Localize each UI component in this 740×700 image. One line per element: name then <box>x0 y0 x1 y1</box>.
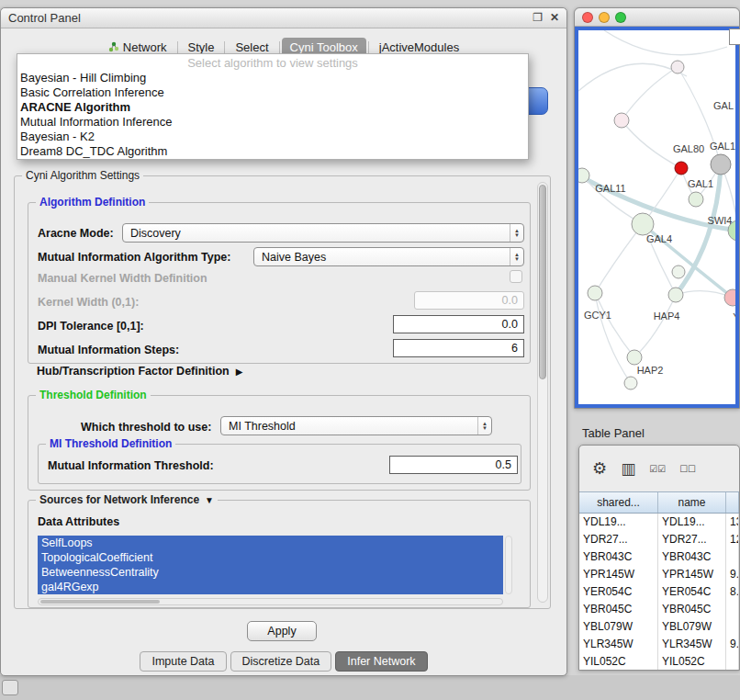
column-header[interactable] <box>726 492 739 513</box>
network-edge[interactable] <box>595 293 634 357</box>
table-cell: 12 <box>726 531 739 548</box>
minimize-traffic-light[interactable] <box>599 12 610 23</box>
attribute-item[interactable]: BetweennessCentrality <box>38 565 503 580</box>
network-node[interactable] <box>668 288 683 302</box>
select-all-icon[interactable]: ☑☑ <box>649 464 666 474</box>
attribute-item[interactable]: TopologicalCoefficient <box>38 550 503 565</box>
mi-threshold-title: MI Threshold Definition <box>46 437 175 450</box>
network-node[interactable] <box>624 377 637 390</box>
threshold-definition-group: Threshold Definition Which threshold to … <box>28 395 531 491</box>
table-cell: YIL052C <box>658 653 726 670</box>
float-window-icon[interactable]: ❐ <box>533 11 543 24</box>
combo-value: MI Threshold <box>221 420 477 433</box>
network-node[interactable] <box>632 213 654 235</box>
column-header[interactable]: name <box>658 492 726 513</box>
control-panel-titlebar[interactable]: Control Panel ❐ ✕ <box>1 8 566 28</box>
network-canvas-svg[interactable]: GALGAL80GAL10GAL11GAL1SWI4GAL4GCY1HAP4YH… <box>578 30 737 406</box>
table-row[interactable]: YDR27...YDR27...12 <box>579 531 739 548</box>
node-label: GAL4 <box>646 233 672 244</box>
attribute-item[interactable]: SelfLoops <box>38 536 503 550</box>
attribute-list-hscrollbar[interactable] <box>38 598 503 605</box>
network-node[interactable] <box>627 350 642 365</box>
table-row[interactable]: YLR345WYLR345W9. <box>579 636 739 653</box>
bottom-tab-discretize-data[interactable]: Discretize Data <box>230 651 332 672</box>
network-edge[interactable] <box>595 224 643 293</box>
which-threshold-select[interactable]: MI Threshold ▲▼ <box>220 416 492 435</box>
network-window-titlebar[interactable] <box>575 8 739 27</box>
bottom-tab-impute-data[interactable]: Impute Data <box>140 651 226 672</box>
manual-kernel-checkbox[interactable] <box>510 270 522 283</box>
algorithm-definition-title: Algorithm Definition <box>36 196 149 209</box>
table-row[interactable]: YDL19...YDL19...13 <box>579 514 739 531</box>
sources-title-row[interactable]: Sources for Network Inference ▼ <box>36 493 218 506</box>
algorithm-option[interactable]: Bayesian - K2 <box>17 130 528 144</box>
mi-threshold-field[interactable]: 0.5 <box>389 456 518 474</box>
algorithm-option[interactable]: Basic Correlation Inference <box>17 85 528 100</box>
network-edge[interactable] <box>604 30 727 55</box>
table-row[interactable]: YBL079WYBL079W <box>579 618 739 636</box>
network-node[interactable] <box>671 61 684 73</box>
table-cell: YPR145W <box>579 566 658 583</box>
table-cell: YBL079W <box>658 618 726 636</box>
zoom-traffic-light[interactable] <box>615 12 626 23</box>
algorithm-definition-group: Algorithm Definition Aracne Mode: Discov… <box>28 202 531 364</box>
combo-arrows-icon: ▲▼ <box>477 417 491 435</box>
algorithm-option[interactable]: Bayesian - Hill Climbing <box>17 71 528 85</box>
tab-separator <box>177 41 178 53</box>
table-header: shared...name <box>579 491 739 514</box>
close-icon[interactable]: ✕ <box>550 11 559 24</box>
algorithm-option[interactable]: Mutual Information Inference <box>17 115 528 130</box>
table-row[interactable]: YIL052CYIL052C <box>579 653 739 670</box>
table-row[interactable]: YBR045CYBR045C <box>579 601 739 618</box>
window-title: Control Panel <box>8 11 81 25</box>
mi-threshold-group: MI Threshold Definition Mutual Informati… <box>38 444 521 484</box>
network-node[interactable] <box>675 162 688 175</box>
network-view-frame: GALGAL80GAL10GAL11GAL1SWI4GAL4GCY1HAP4YH… <box>575 27 739 408</box>
algorithm-option[interactable]: Dream8 DC_TDC Algorithm <box>17 144 528 159</box>
network-overview-widget[interactable] <box>729 28 740 45</box>
mi-type-select[interactable]: Naive Bayes ▲▼ <box>253 247 524 266</box>
table-row[interactable]: YER054CYER054C8. <box>579 583 739 601</box>
column-header[interactable]: shared... <box>579 492 658 513</box>
network-node[interactable] <box>578 168 589 183</box>
network-node[interactable] <box>588 286 602 300</box>
attribute-item[interactable]: gal4RGexp <box>38 580 503 594</box>
combo-value: Discovery <box>123 227 510 240</box>
table-cell: YDL19... <box>658 514 726 531</box>
table-row[interactable]: YPR145WYPR145W9. <box>579 566 739 583</box>
network-edge[interactable] <box>634 295 676 357</box>
network-node[interactable] <box>614 113 629 128</box>
table-cell: YBR043C <box>658 548 726 566</box>
algorithm-option[interactable]: ARACNE Algorithm <box>17 100 528 115</box>
network-edge[interactable] <box>622 67 678 120</box>
settings-scrollbar[interactable] <box>537 182 548 603</box>
table-panel-window: ⚙ ▥ ☑☑ ☐☐ shared...name YDL19...YDL19...… <box>578 445 740 671</box>
network-edge[interactable] <box>578 63 687 91</box>
bottom-tab-infer-network[interactable]: Infer Network <box>335 651 427 672</box>
network-node[interactable] <box>724 289 737 306</box>
dpi-tolerance-field[interactable]: 0.0 <box>393 315 524 333</box>
combo-arrows-icon: ▲▼ <box>510 224 523 242</box>
gear-icon[interactable]: ⚙ <box>592 458 607 479</box>
apply-button[interactable]: Apply <box>247 621 317 641</box>
hub-definition-toggle[interactable]: Hub/Transcription Factor Definition ▶ <box>37 365 242 378</box>
dpi-tolerance-label: DPI Tolerance [0,1]: <box>38 320 144 333</box>
aracne-mode-select[interactable]: Discovery ▲▼ <box>122 223 524 243</box>
close-traffic-light[interactable] <box>582 12 593 23</box>
minimized-panel-icon[interactable] <box>2 680 18 695</box>
attribute-list: SelfLoopsTopologicalCoefficientBetweenne… <box>38 536 503 594</box>
mi-steps-field[interactable]: 6 <box>393 339 524 357</box>
network-edge[interactable] <box>595 293 631 383</box>
table-row[interactable]: YBR043CYBR043C <box>579 548 739 566</box>
network-node[interactable] <box>711 154 731 175</box>
tab-separator <box>279 41 280 53</box>
columns-icon[interactable]: ▥ <box>621 459 635 479</box>
network-node[interactable] <box>689 192 703 207</box>
table-cell: YBR045C <box>658 601 726 618</box>
select-none-icon[interactable]: ☐☐ <box>679 464 696 474</box>
network-node[interactable] <box>672 265 685 278</box>
scrollbar-thumb[interactable] <box>40 600 160 604</box>
attribute-list-vscrollbar[interactable] <box>505 536 512 594</box>
aracne-mode-label: Aracne Mode: <box>38 227 114 240</box>
scrollbar-thumb[interactable] <box>539 185 546 379</box>
